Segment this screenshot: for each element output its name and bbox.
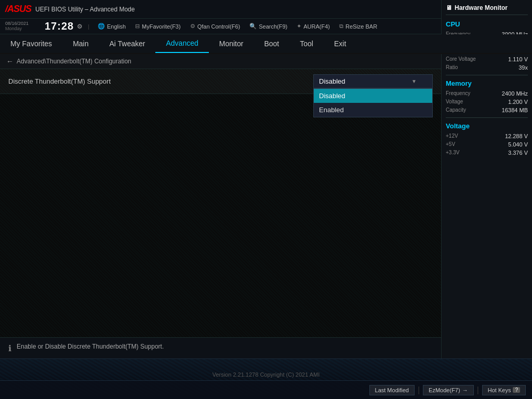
nav-exit-label: Exit bbox=[334, 39, 346, 48]
separator: | bbox=[88, 23, 89, 30]
nav-ai-tweaker-label: Ai Tweaker bbox=[109, 39, 145, 48]
ez-mode-btn[interactable]: EzMode(F7) → bbox=[423, 385, 474, 395]
hot-keys-btn[interactable]: Hot Keys ? bbox=[482, 385, 526, 395]
aura-icon: ✦ bbox=[297, 23, 301, 30]
v12-row: +12V 12.288 V bbox=[446, 133, 528, 139]
nav-advanced[interactable]: Advanced bbox=[155, 34, 208, 53]
thunderbolt-setting-row: Discrete Thunderbolt(TM) Support Disable… bbox=[0, 69, 441, 94]
search-label: Search(F9) bbox=[259, 23, 287, 30]
version-text: Version 2.21.1278 Copyright (C) 2021 AMI bbox=[212, 371, 320, 378]
v33-label: +3.3V bbox=[446, 150, 459, 156]
mem-capacity-label: Capacity bbox=[446, 107, 466, 113]
day-display: Monday bbox=[5, 26, 42, 32]
mem-freq-row: Frequency 2400 MHz bbox=[446, 90, 528, 97]
last-modified-btn[interactable]: Last Modified bbox=[369, 385, 415, 395]
hot-keys-icon: ? bbox=[513, 387, 520, 393]
nav-monitor[interactable]: Monitor bbox=[209, 34, 254, 53]
mem-freq-label: Frequency bbox=[446, 90, 470, 97]
breadcrumb-path: Advanced\Thunderbolt(TM) Configuration bbox=[17, 58, 131, 65]
clock-display: 17:28 bbox=[45, 20, 74, 32]
info-text: Enable or Disable Discrete Thunderbolt(T… bbox=[17, 343, 164, 350]
footer-sep-1: | bbox=[418, 385, 420, 395]
datetime: 08/16/2021 Monday bbox=[5, 21, 42, 32]
mem-voltage-value: 1.200 V bbox=[508, 99, 528, 105]
my-favorite-label: MyFavorite(F3) bbox=[142, 23, 181, 30]
nav-my-favorites-label: My Favorites bbox=[10, 39, 52, 48]
thunderbolt-dropdown[interactable]: Disabled ▼ bbox=[313, 74, 433, 88]
v12-label: +12V bbox=[446, 133, 458, 139]
dropdown-options-list: Disabled Enabled bbox=[313, 88, 433, 117]
nav-boot[interactable]: Boot bbox=[254, 34, 289, 53]
hw-monitor-title: 🖥 Hardware Monitor bbox=[446, 4, 528, 15]
back-arrow[interactable]: ← bbox=[6, 57, 14, 65]
language-label: English bbox=[107, 23, 126, 30]
qfan-label: Qfan Control(F6) bbox=[197, 23, 241, 30]
version-bar: Version 2.21.1278 Copyright (C) 2021 AMI bbox=[0, 369, 532, 380]
cpu-memory-divider bbox=[446, 75, 528, 75]
fan-icon: ⚙ bbox=[190, 23, 195, 30]
nav-my-favorites[interactable]: My Favorites bbox=[0, 34, 62, 53]
info-icon: ℹ bbox=[8, 343, 11, 353]
resize-label: ReSize BAR bbox=[345, 23, 377, 30]
gear-icon[interactable]: ⚙ bbox=[77, 23, 83, 30]
thunderbolt-dropdown-wrapper: Disabled ▼ Disabled Enabled bbox=[313, 74, 433, 88]
bios-title: UEFI BIOS Utility – Advanced Mode bbox=[35, 6, 135, 13]
cpu-ratio-label: Ratio bbox=[446, 64, 458, 71]
ez-mode-icon: → bbox=[462, 387, 468, 393]
monitor-icon: 🖥 bbox=[446, 4, 452, 11]
aura-btn[interactable]: ✦ AURA(F4) bbox=[294, 22, 333, 31]
cpu-ratio-value: 39x bbox=[518, 64, 528, 71]
search-icon: 🔍 bbox=[249, 23, 257, 30]
last-modified-label: Last Modified bbox=[375, 387, 409, 393]
cpu-voltage-value: 1.110 V bbox=[508, 56, 528, 62]
my-favorite-btn[interactable]: ⊟ MyFavorite(F3) bbox=[132, 22, 184, 31]
hot-keys-label: Hot Keys bbox=[488, 387, 511, 393]
v5-row: +5V 5.040 V bbox=[446, 141, 528, 148]
search-btn[interactable]: 🔍 Search(F9) bbox=[246, 22, 290, 31]
nav-exit[interactable]: Exit bbox=[324, 34, 356, 53]
dropdown-current-value: Disabled bbox=[319, 77, 345, 85]
nav-main-label: Main bbox=[73, 39, 88, 48]
memory-voltage-divider bbox=[446, 117, 528, 118]
v33-row: +3.3V 3.376 V bbox=[446, 150, 528, 156]
settings-area: Discrete Thunderbolt(TM) Support Disable… bbox=[0, 69, 441, 94]
nav-monitor-label: Monitor bbox=[219, 39, 244, 48]
globe-icon: 🌐 bbox=[98, 23, 105, 30]
dropdown-arrow-icon: ▼ bbox=[411, 78, 417, 84]
info-bar: ℹ Enable or Disable Discrete Thunderbolt… bbox=[0, 337, 441, 358]
cpu-voltage-row: Core Voltage 1.110 V bbox=[446, 56, 528, 62]
nav-ai-tweaker[interactable]: Ai Tweaker bbox=[99, 34, 155, 53]
hw-monitor-label: Hardware Monitor bbox=[455, 4, 508, 11]
option-disabled-label: Disabled bbox=[319, 92, 345, 100]
v5-value: 5.040 V bbox=[508, 141, 528, 148]
language-selector[interactable]: 🌐 English bbox=[95, 22, 129, 31]
nav-menu: My Favorites Main Ai Tweaker Advanced Mo… bbox=[0, 34, 532, 54]
logo-area: /ASUS UEFI BIOS Utility – Advanced Mode bbox=[5, 4, 135, 15]
cpu-voltage-label: Core Voltage bbox=[446, 56, 476, 62]
mem-freq-value: 2400 MHz bbox=[502, 90, 528, 97]
resize-bar-btn[interactable]: ⧉ ReSize BAR bbox=[336, 22, 380, 31]
v33-value: 3.376 V bbox=[508, 150, 528, 156]
aura-label: AURA(F4) bbox=[303, 23, 330, 30]
qfan-btn[interactable]: ⚙ Qfan Control(F6) bbox=[187, 22, 244, 31]
nav-boot-label: Boot bbox=[264, 39, 279, 48]
cpu-section-heading: CPU bbox=[446, 20, 528, 28]
option-enabled-label: Enabled bbox=[319, 106, 344, 114]
main-content-area: ← Advanced\Thunderbolt(TM) Configuration… bbox=[0, 54, 441, 94]
nav-advanced-label: Advanced bbox=[166, 39, 198, 47]
nav-main[interactable]: Main bbox=[62, 34, 99, 53]
mem-voltage-label: Voltage bbox=[446, 99, 463, 105]
mem-capacity-row: Capacity 16384 MB bbox=[446, 107, 528, 113]
v5-label: +5V bbox=[446, 141, 455, 148]
thunderbolt-label: Discrete Thunderbolt(TM) Support bbox=[8, 77, 111, 85]
nav-tool[interactable]: Tool bbox=[289, 34, 324, 53]
nav-tool-label: Tool bbox=[300, 39, 313, 48]
option-enabled[interactable]: Enabled bbox=[314, 103, 432, 117]
option-disabled[interactable]: Disabled bbox=[314, 89, 432, 103]
resize-icon: ⧉ bbox=[339, 23, 343, 30]
asus-logo: /ASUS bbox=[5, 4, 31, 15]
ez-mode-label: EzMode(F7) bbox=[429, 387, 460, 393]
v12-value: 12.288 V bbox=[505, 133, 528, 139]
voltage-section-heading: Voltage bbox=[446, 122, 528, 130]
breadcrumb: ← Advanced\Thunderbolt(TM) Configuration bbox=[0, 54, 441, 69]
